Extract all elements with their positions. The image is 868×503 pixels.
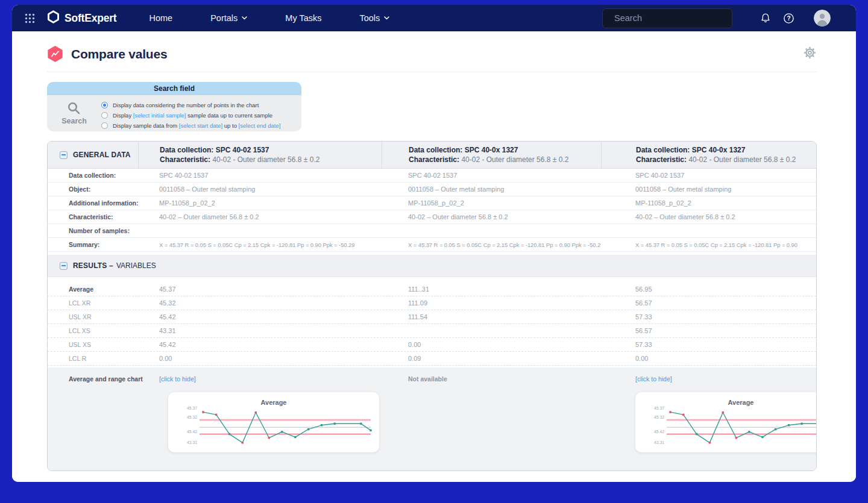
table-row: LCL R 0.00 0.09 0.00 bbox=[48, 352, 816, 366]
chart-row-labels: Average and range chart [click to hide] … bbox=[48, 367, 816, 383]
table-row: Characteristic: 40-02 – Outer diameter 5… bbox=[48, 210, 816, 224]
search-input[interactable] bbox=[613, 13, 728, 23]
browser-frame: SoftExpert Home Portals My Tasks Tools ? bbox=[0, 0, 868, 503]
column-header-3: Data collection: SPC 40-0x 1327 Characte… bbox=[601, 142, 816, 168]
svg-text:45.37: 45.37 bbox=[654, 406, 664, 410]
nav-portals[interactable]: Portals bbox=[210, 13, 247, 23]
chevron-down-icon bbox=[384, 16, 389, 20]
compare-values-icon bbox=[47, 46, 63, 62]
softexpert-logo-icon bbox=[46, 10, 60, 27]
chart-cards: Average 45.3745.3245.4243.31 Average 45.… bbox=[48, 392, 816, 470]
results-section-header: RESULTS – VARIABLES bbox=[48, 252, 816, 277]
table-row: USL XR 45.42 111.54 57.33 bbox=[48, 310, 816, 324]
option-initial-sample: Display [select initial sample] sample d… bbox=[101, 110, 301, 120]
svg-text:45.32: 45.32 bbox=[654, 415, 664, 419]
search-icon bbox=[67, 101, 81, 116]
table-row: LCL XR 45.32 111.09 56.57 bbox=[48, 296, 816, 310]
search-label: Search bbox=[61, 117, 87, 125]
option-date-range: Display sample data from [select start d… bbox=[101, 120, 301, 131]
logo-text: SoftExpert bbox=[64, 12, 116, 25]
chart-title: Average bbox=[635, 392, 817, 406]
table-row: LCL XS 43.31 56.57 bbox=[48, 324, 816, 338]
app-window: SoftExpert Home Portals My Tasks Tools ? bbox=[12, 5, 856, 482]
table-row: Average 45.37 111..31 56.95 bbox=[48, 283, 816, 296]
average-range-chart-col1: Average 45.3745.3245.4243.31 bbox=[168, 392, 379, 452]
main-menu: Home Portals My Tasks Tools bbox=[149, 13, 389, 23]
toggle-chart-link[interactable]: [click to hide] bbox=[159, 375, 196, 383]
search-panel: Search field Search Display data conside… bbox=[47, 82, 301, 131]
average-chart-plot: 45.3745.3245.4243.31 bbox=[635, 406, 817, 449]
option-points-in-chart: Display data considering the number of p… bbox=[101, 100, 301, 110]
average-range-chart-col3: Average 45.3745.3245.4243.31 bbox=[635, 392, 817, 452]
search-panel-header: Search field bbox=[47, 82, 301, 95]
table-row: Additional information: MP-11058_p_02_2 … bbox=[48, 196, 816, 210]
softexpert-logo[interactable]: SoftExpert bbox=[46, 10, 116, 27]
radio-button[interactable] bbox=[101, 102, 108, 108]
chevron-down-icon bbox=[242, 16, 247, 20]
search-button[interactable]: Search bbox=[47, 95, 101, 131]
general-data-section: GENERAL DATA bbox=[48, 142, 138, 168]
comparison-table: GENERAL DATA Data collection: SPC 40-02 … bbox=[47, 141, 817, 471]
page-content: Compare values Search field Search bbox=[12, 31, 856, 482]
navbar-right: ? bbox=[602, 8, 856, 28]
user-avatar[interactable] bbox=[814, 10, 831, 27]
header-divider bbox=[47, 72, 817, 72]
search-options: Display data considering the number of p… bbox=[101, 95, 301, 131]
column-header-2: Data collection: SPC 40-0x 1327 Characte… bbox=[382, 142, 601, 168]
column-header-1: Data collection: SPC 40-02 1537 Characte… bbox=[138, 142, 382, 168]
average-chart-plot: 45.3745.3245.4243.31 bbox=[168, 406, 379, 449]
help-icon[interactable]: ? bbox=[783, 13, 794, 24]
search-panel-body: Search Display data considering the numb… bbox=[47, 95, 301, 131]
radio-button[interactable] bbox=[101, 112, 108, 119]
toggle-chart-link[interactable]: [click to hide] bbox=[635, 375, 672, 383]
page-title: Compare values bbox=[71, 47, 167, 61]
svg-text:43.31: 43.31 bbox=[187, 440, 197, 445]
table-row: USL XS 45.42 0.00 57.33 bbox=[48, 338, 816, 352]
settings-gear-icon[interactable] bbox=[803, 46, 817, 62]
svg-text:45.42: 45.42 bbox=[187, 430, 197, 434]
collapse-icon[interactable] bbox=[60, 262, 68, 270]
table-row: Data collection: SPC 40-02 1537 SPC 40-0… bbox=[48, 169, 816, 183]
nav-tools[interactable]: Tools bbox=[359, 13, 389, 23]
svg-text:45.42: 45.42 bbox=[654, 430, 664, 434]
general-data-header: GENERAL DATA Data collection: SPC 40-02 … bbox=[48, 142, 816, 169]
collapse-icon[interactable] bbox=[60, 151, 68, 159]
page-header: Compare values bbox=[47, 31, 817, 62]
svg-text:45.37: 45.37 bbox=[187, 406, 197, 410]
svg-text:45.32: 45.32 bbox=[187, 415, 197, 419]
chart-band: Average and range chart [click to hide] … bbox=[48, 367, 816, 470]
table-row-summary: Summary: X = 45.37 R = 0.05 S = 0.05C Cp… bbox=[48, 238, 816, 252]
nav-home[interactable]: Home bbox=[149, 13, 172, 23]
table-row: Object: 0011058 – Outer metal stamping 0… bbox=[48, 183, 816, 196]
top-navbar: SoftExpert Home Portals My Tasks Tools ? bbox=[12, 5, 856, 31]
global-search bbox=[602, 8, 732, 28]
chart-title: Average bbox=[168, 392, 379, 406]
nav-my-tasks[interactable]: My Tasks bbox=[285, 13, 321, 23]
svg-text:?: ? bbox=[787, 15, 790, 22]
variables-rows: Average 45.37 111..31 56.95 LCL XR 45.32… bbox=[48, 277, 816, 367]
chart-not-available: Not available bbox=[408, 375, 447, 383]
app-grid-icon[interactable] bbox=[24, 13, 36, 24]
radio-button[interactable] bbox=[101, 122, 108, 129]
svg-text:43.31: 43.31 bbox=[654, 440, 664, 445]
table-row: Number of samples: bbox=[48, 224, 816, 238]
notifications-bell-icon[interactable] bbox=[760, 13, 771, 23]
